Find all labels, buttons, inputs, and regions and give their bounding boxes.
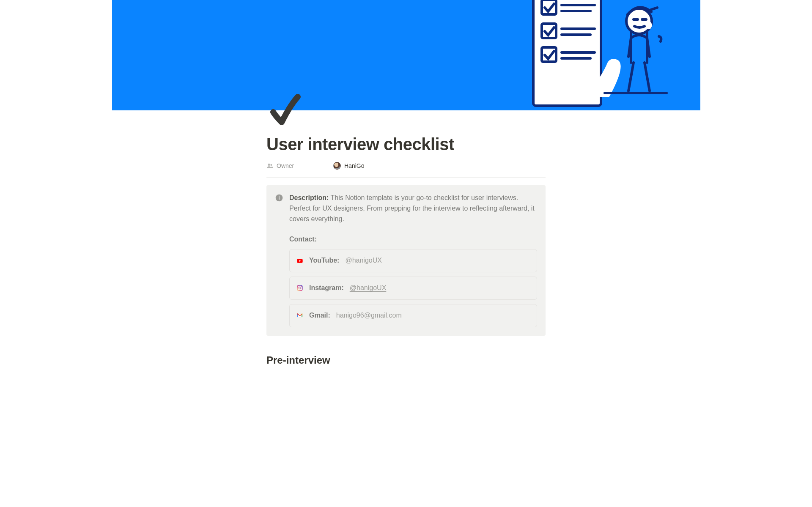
property-owner-label: Owner bbox=[266, 162, 333, 169]
youtube-label: YouTube: bbox=[309, 255, 339, 266]
contact-gmail-card[interactable]: Gmail: hanigo96@gmail.com bbox=[289, 304, 537, 327]
info-icon bbox=[275, 194, 283, 202]
page-title[interactable]: User interview checklist bbox=[266, 110, 546, 154]
page-icon-checkmark[interactable] bbox=[266, 93, 302, 128]
svg-line-13 bbox=[628, 63, 634, 91]
owner-name: HaniGo bbox=[344, 162, 364, 169]
property-owner-label-text: Owner bbox=[277, 162, 294, 169]
property-owner-value[interactable]: HaniGo bbox=[333, 162, 364, 170]
svg-rect-22 bbox=[297, 285, 302, 290]
youtube-link[interactable]: @hanigoUX bbox=[345, 255, 382, 266]
svg-point-20 bbox=[279, 196, 280, 197]
gmail-link[interactable]: hanigo96@gmail.com bbox=[336, 310, 402, 321]
page-content: User interview checklist Owner HaniGo bbox=[266, 110, 546, 366]
svg-point-16 bbox=[268, 164, 270, 166]
svg-line-14 bbox=[645, 63, 650, 91]
cover-image bbox=[112, 0, 700, 110]
section-pre-interview-heading[interactable]: Pre-interview bbox=[266, 354, 546, 366]
owner-avatar bbox=[333, 162, 341, 170]
properties-divider bbox=[266, 177, 546, 178]
description-callout: Description: This Notion template is you… bbox=[266, 185, 546, 336]
contact-heading: Contact: bbox=[289, 234, 537, 245]
instagram-icon bbox=[296, 285, 303, 291]
property-owner-row[interactable]: Owner HaniGo bbox=[266, 162, 546, 170]
instagram-link[interactable]: @hanigoUX bbox=[350, 283, 387, 293]
contact-instagram-card[interactable]: Instagram: @hanigoUX bbox=[289, 277, 537, 300]
callout-body: Description: This Notion template is you… bbox=[289, 193, 537, 327]
description-label: Description: bbox=[289, 194, 329, 201]
contact-youtube-card[interactable]: YouTube: @hanigoUX bbox=[289, 249, 537, 272]
people-icon bbox=[266, 162, 273, 169]
youtube-icon bbox=[296, 258, 303, 264]
svg-point-23 bbox=[299, 287, 301, 289]
gmail-label: Gmail: bbox=[309, 310, 330, 321]
gmail-icon bbox=[296, 312, 303, 319]
svg-point-17 bbox=[270, 164, 272, 166]
svg-rect-19 bbox=[279, 197, 280, 200]
cover-illustration bbox=[523, 0, 683, 110]
instagram-label: Instagram: bbox=[309, 283, 344, 293]
svg-point-24 bbox=[301, 286, 302, 287]
page-frame: User interview checklist Owner HaniGo bbox=[112, 0, 700, 367]
